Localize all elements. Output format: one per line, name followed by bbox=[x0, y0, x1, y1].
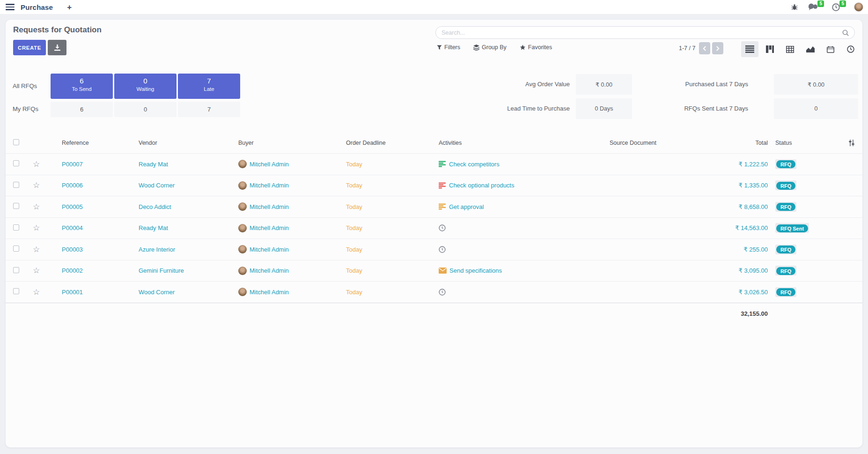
favorite-star-icon[interactable]: ☆ bbox=[33, 202, 40, 211]
pager-range[interactable]: 1-7 / 7 bbox=[679, 45, 695, 52]
vendor-link[interactable]: Wood Corner bbox=[139, 289, 238, 296]
favorite-star-icon[interactable]: ☆ bbox=[33, 223, 40, 232]
status-badge[interactable]: RFQ bbox=[775, 245, 796, 254]
graph-view-button[interactable] bbox=[802, 41, 819, 57]
reference-link[interactable]: P00005 bbox=[62, 203, 139, 210]
favorite-star-icon[interactable]: ☆ bbox=[33, 181, 40, 190]
total-cell[interactable]: ₹ 1,335.00 bbox=[682, 182, 768, 189]
order-deadline-cell[interactable]: Today bbox=[346, 267, 439, 274]
user-avatar[interactable] bbox=[854, 2, 863, 12]
header-status[interactable]: Status bbox=[768, 140, 838, 146]
row-checkbox[interactable] bbox=[13, 182, 19, 188]
select-all-checkbox[interactable] bbox=[13, 139, 19, 145]
reference-link[interactable]: P00002 bbox=[62, 267, 139, 274]
header-source-document[interactable]: Source Document bbox=[584, 140, 682, 146]
buyer-link[interactable]: Mitchell Admin bbox=[250, 267, 289, 274]
table-row[interactable]: ☆ P00001 Wood Corner Mitchell Admin Toda… bbox=[6, 281, 862, 303]
pager-previous-button[interactable] bbox=[699, 42, 710, 54]
tile-late[interactable]: 7 Late bbox=[178, 74, 240, 99]
status-badge[interactable]: RFQ bbox=[775, 180, 796, 190]
table-row[interactable]: ☆ P00004 Ready Mat Mitchell Admin Today … bbox=[6, 217, 862, 239]
vendor-link[interactable]: Azure Interior bbox=[139, 246, 238, 253]
status-badge[interactable]: RFQ bbox=[775, 202, 796, 212]
tile-to-send[interactable]: 6 To Send bbox=[51, 74, 113, 99]
row-checkbox[interactable] bbox=[13, 160, 19, 166]
messages-icon[interactable]: 5 bbox=[808, 3, 818, 11]
purchased-last-7-days-box[interactable]: ₹ 0.00 bbox=[774, 74, 858, 95]
activity-link[interactable]: Check optional products bbox=[449, 182, 514, 189]
tile-waiting[interactable]: 0 Waiting bbox=[114, 74, 177, 99]
header-buyer[interactable]: Buyer bbox=[238, 140, 346, 146]
buyer-link[interactable]: Mitchell Admin bbox=[250, 224, 289, 231]
buyer-link[interactable]: Mitchell Admin bbox=[250, 203, 289, 210]
favorite-star-icon[interactable]: ☆ bbox=[33, 160, 40, 169]
hamburger-menu-icon[interactable] bbox=[6, 4, 15, 10]
my-tile-to-send[interactable]: 6 bbox=[51, 102, 113, 117]
group-by-button[interactable]: Group By bbox=[473, 44, 507, 51]
header-order-deadline[interactable]: Order Deadline bbox=[346, 140, 439, 146]
calendar-view-button[interactable] bbox=[822, 41, 839, 57]
status-badge[interactable]: RFQ bbox=[775, 266, 796, 275]
activity-clock-icon[interactable] bbox=[439, 289, 446, 296]
order-deadline-cell[interactable]: Today bbox=[346, 246, 439, 253]
activity-clock-icon[interactable] bbox=[439, 246, 446, 253]
activity-link[interactable]: Send specifications bbox=[449, 267, 502, 274]
status-badge[interactable]: RFQ Sent bbox=[775, 223, 809, 233]
my-tile-late[interactable]: 7 bbox=[178, 102, 240, 117]
optional-columns-icon[interactable] bbox=[848, 140, 855, 146]
order-deadline-cell[interactable]: Today bbox=[346, 182, 439, 189]
table-row[interactable]: ☆ P00007 Ready Mat Mitchell Admin Today … bbox=[6, 153, 862, 175]
order-deadline-cell[interactable]: Today bbox=[346, 161, 439, 168]
vendor-link[interactable]: Ready Mat bbox=[139, 224, 238, 231]
row-checkbox[interactable] bbox=[13, 288, 19, 294]
order-deadline-cell[interactable]: Today bbox=[346, 203, 439, 210]
vendor-link[interactable]: Wood Corner bbox=[139, 182, 238, 189]
row-checkbox[interactable] bbox=[13, 203, 19, 209]
filters-button[interactable]: Filters bbox=[437, 44, 460, 51]
favorite-star-icon[interactable]: ☆ bbox=[33, 288, 40, 297]
status-badge[interactable]: RFQ bbox=[775, 287, 796, 297]
new-record-plus-icon[interactable]: + bbox=[67, 3, 72, 11]
reference-link[interactable]: P00003 bbox=[62, 246, 139, 253]
reference-link[interactable]: P00004 bbox=[62, 224, 139, 231]
header-activities[interactable]: Activities bbox=[439, 140, 584, 146]
header-vendor[interactable]: Vendor bbox=[139, 140, 238, 146]
kanban-view-button[interactable] bbox=[761, 41, 779, 57]
row-checkbox[interactable] bbox=[13, 267, 19, 273]
total-cell[interactable]: ₹ 14,563.00 bbox=[682, 224, 768, 231]
reference-link[interactable]: P00001 bbox=[62, 289, 139, 296]
header-reference[interactable]: Reference bbox=[62, 140, 139, 146]
favorite-star-icon[interactable]: ☆ bbox=[33, 245, 40, 254]
buyer-link[interactable]: Mitchell Admin bbox=[250, 246, 289, 253]
order-deadline-cell[interactable]: Today bbox=[346, 289, 439, 296]
activity-clock-icon[interactable] bbox=[439, 224, 446, 231]
row-checkbox[interactable] bbox=[13, 224, 19, 231]
reference-link[interactable]: P00006 bbox=[62, 182, 139, 189]
order-deadline-cell[interactable]: Today bbox=[346, 224, 439, 231]
table-row[interactable]: ☆ P00003 Azure Interior Mitchell Admin T… bbox=[6, 238, 862, 260]
pivot-view-button[interactable] bbox=[781, 41, 799, 57]
vendor-link[interactable]: Ready Mat bbox=[139, 161, 238, 168]
favorites-button[interactable]: Favorites bbox=[520, 44, 552, 51]
export-button[interactable] bbox=[48, 40, 66, 55]
activity-link[interactable]: Check competitors bbox=[449, 161, 500, 168]
search-input[interactable] bbox=[436, 30, 842, 36]
favorite-star-icon[interactable]: ☆ bbox=[33, 266, 40, 275]
activity-link[interactable]: Get approval bbox=[449, 203, 484, 210]
list-view-button[interactable] bbox=[741, 41, 758, 57]
vendor-link[interactable]: Deco Addict bbox=[139, 203, 238, 210]
total-cell[interactable]: ₹ 255.00 bbox=[682, 246, 768, 253]
table-row[interactable]: ☆ P00002 Gemini Furniture Mitchell Admin… bbox=[6, 260, 862, 282]
activity-view-button[interactable] bbox=[842, 41, 859, 57]
row-checkbox[interactable] bbox=[13, 246, 19, 252]
table-row[interactable]: ☆ P00005 Deco Addict Mitchell Admin Toda… bbox=[6, 196, 862, 217]
total-cell[interactable]: ₹ 3,026.50 bbox=[682, 289, 768, 296]
search-icon[interactable] bbox=[842, 30, 849, 36]
buyer-link[interactable]: Mitchell Admin bbox=[250, 161, 289, 168]
lead-time-box[interactable]: 0 Days bbox=[576, 98, 632, 119]
avg-order-value-box[interactable]: ₹ 0.00 bbox=[576, 74, 632, 95]
total-cell[interactable]: ₹ 1,222.50 bbox=[682, 161, 768, 168]
reference-link[interactable]: P00007 bbox=[62, 161, 139, 168]
pager-next-button[interactable] bbox=[712, 42, 723, 54]
debug-bug-icon[interactable] bbox=[791, 4, 798, 10]
